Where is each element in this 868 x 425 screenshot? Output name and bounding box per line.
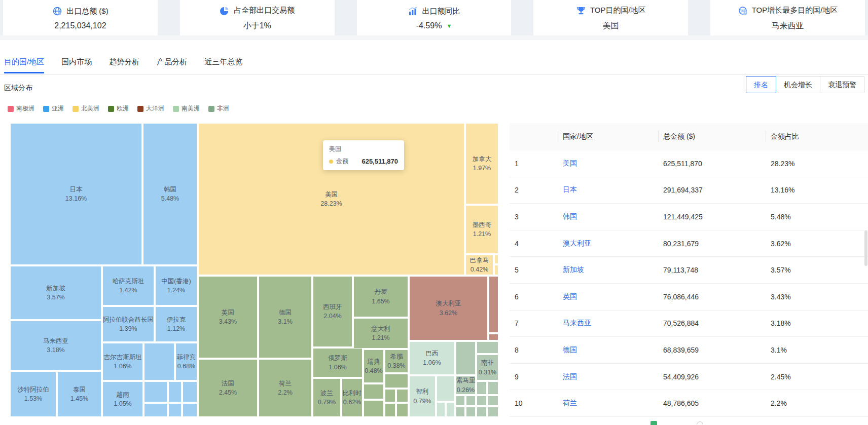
treemap-cell-泰国[interactable]: 泰国1.45% (57, 371, 101, 417)
treemap-cell[interactable] (396, 389, 408, 402)
treemap-cell-巴西[interactable]: 巴西1.06% (409, 341, 455, 375)
treemap-cell[interactable] (168, 381, 182, 402)
treemap-cell[interactable] (488, 407, 498, 417)
treemap-cell[interactable] (437, 402, 445, 417)
treemap-cell-马来西亚[interactable]: 马来西亚3.18% (10, 321, 101, 370)
treemap-cell-新加坡[interactable]: 新加坡3.57% (10, 266, 101, 320)
tab-目的国/地区[interactable]: 目的国/地区 (4, 50, 44, 73)
treemap-cell-伊拉克[interactable]: 伊拉克1.12% (155, 306, 197, 342)
treemap-cell[interactable] (144, 403, 167, 417)
tab-国内市场[interactable]: 国内市场 (61, 50, 92, 73)
toggle-button-机会增长[interactable]: 机会增长 (776, 76, 820, 93)
treemap-cell-德国[interactable]: 德国3.1% (259, 276, 312, 358)
treemap-cell-希腊[interactable]: 希腊0.38% (385, 350, 408, 373)
table-row: 10荷兰48,786,6052.2% (510, 390, 868, 417)
treemap-cell[interactable] (466, 396, 476, 406)
treemap-cell[interactable] (494, 255, 498, 264)
treemap-cell[interactable] (489, 334, 498, 340)
country-link[interactable]: 德国 (563, 345, 577, 354)
treemap-cell[interactable] (183, 403, 197, 417)
treemap-cell[interactable] (364, 400, 384, 417)
country-link[interactable]: 澳大利亚 (563, 239, 591, 247)
tab-近三年总览[interactable]: 近三年总览 (204, 50, 242, 73)
help-circle-icon[interactable] (697, 421, 703, 425)
treemap-cell[interactable] (396, 403, 408, 417)
treemap-cell[interactable] (437, 376, 455, 401)
treemap-cell-沙特阿拉伯[interactable]: 沙特阿拉伯1.53% (10, 371, 56, 417)
share-cell: 3.18% (766, 319, 868, 327)
treemap-cell-澳大利亚[interactable]: 澳大利亚3.62% (409, 276, 488, 340)
legend-item-大洋洲[interactable]: 大洋洲 (137, 104, 164, 113)
treemap-cell[interactable] (168, 403, 182, 417)
treemap-cell-南非[interactable]: 南非0.31% (477, 355, 498, 380)
treemap-cell-加拿大[interactable]: 加拿大1.97% (465, 123, 498, 204)
legend-item-非洲[interactable]: 非洲 (208, 104, 229, 113)
legend-item-北美洲[interactable]: 北美洲 (73, 104, 99, 113)
treemap-cell-巴拿马[interactable]: 巴拿马0.42% (465, 255, 493, 275)
treemap-cell-吉尔吉斯斯坦[interactable]: 吉尔吉斯斯坦1.06% (102, 343, 143, 380)
treemap-cell[interactable] (385, 403, 395, 417)
treemap-cell[interactable] (488, 381, 498, 395)
table-row: 8德国68,839,6593.1% (510, 337, 868, 364)
toggle-button-排名[interactable]: 排名 (746, 76, 776, 93)
tab-产品分析[interactable]: 产品分析 (157, 50, 187, 73)
tab-趋势分析[interactable]: 趋势分析 (109, 50, 139, 73)
treemap-cell[interactable] (477, 396, 487, 406)
treemap-cell-西班牙[interactable]: 西班牙2.04% (313, 276, 352, 347)
country-link[interactable]: 韩国 (563, 212, 577, 220)
treemap-cell[interactable] (364, 384, 384, 399)
treemap-cell[interactable] (456, 407, 465, 417)
toggle-button-衰退预警[interactable]: 衰退预警 (820, 76, 864, 93)
treemap-cell[interactable] (456, 396, 465, 406)
legend-item-欧洲[interactable]: 欧洲 (108, 104, 129, 113)
treemap-cell-索马里[interactable]: 索马里0.26% (456, 376, 476, 395)
treemap-cell[interactable] (446, 402, 455, 417)
treemap-cell-丹麦[interactable]: 丹麦1.65% (353, 276, 408, 317)
treemap-cell[interactable] (385, 389, 395, 402)
treemap-cell-墨西哥[interactable]: 墨西哥1.21% (465, 205, 498, 254)
treemap-cell-意大利[interactable]: 意大利1.21% (353, 318, 408, 349)
treemap-cell[interactable] (488, 396, 498, 406)
legend-item-亚洲[interactable]: 亚洲 (43, 104, 64, 113)
country-link[interactable]: 日本 (563, 185, 577, 194)
country-link[interactable]: 法国 (563, 372, 577, 380)
treemap-cell-荷兰[interactable]: 荷兰2.2% (259, 359, 312, 417)
treemap-cell-韩国[interactable]: 韩国5.48% (143, 123, 197, 265)
country-link[interactable]: 新加坡 (563, 265, 584, 274)
treemap-cell[interactable] (477, 381, 487, 395)
treemap-cell-阿拉伯联合酋长国[interactable]: 阿拉伯联合酋长国1.39% (102, 306, 154, 342)
treemap-cell-英国[interactable]: 英国3.43% (198, 276, 258, 358)
treemap-cell[interactable] (466, 407, 476, 417)
treemap-cell[interactable] (477, 341, 498, 354)
tooltip-value: 625,511,870 (361, 158, 398, 165)
country-link[interactable]: 英国 (563, 292, 577, 300)
treemap-cell-name: 瑞典 (368, 357, 380, 366)
country-link[interactable]: 荷兰 (563, 399, 577, 407)
treemap-cell[interactable] (183, 381, 197, 402)
treemap-cell[interactable] (477, 407, 487, 417)
treemap-cell[interactable] (385, 374, 408, 388)
legend-item-南极洲[interactable]: 南极洲 (8, 104, 34, 113)
country-link[interactable]: 美国 (563, 159, 577, 167)
treemap-cell-哈萨克斯坦[interactable]: 哈萨克斯坦1.42% (102, 266, 154, 305)
treemap-cell-瑞典[interactable]: 瑞典0.48% (364, 350, 384, 383)
treemap-cell-越南[interactable]: 越南1.05% (102, 381, 143, 417)
treemap-cell-俄罗斯[interactable]: 俄罗斯1.06% (313, 348, 363, 377)
table-row: 4澳大利亚80,231,6793.62% (510, 230, 868, 257)
legend-item-南美洲[interactable]: 南美洲 (173, 104, 200, 113)
treemap-cell[interactable] (144, 343, 174, 380)
treemap-cell[interactable] (494, 265, 498, 275)
treemap-cell-智利[interactable]: 智利0.79% (409, 376, 436, 417)
country-link[interactable]: 马来西亚 (563, 319, 591, 327)
treemap-cell-日本[interactable]: 日本13.16% (10, 123, 142, 265)
treemap-cell-菲律宾[interactable]: 菲律宾0.68% (175, 343, 197, 380)
treemap-cell-中国(香港)[interactable]: 中国(香港)1.24% (155, 266, 197, 305)
vertical-scrollbar[interactable] (864, 230, 867, 266)
treemap-cell-波兰[interactable]: 波兰0.79% (313, 378, 341, 417)
treemap-cell-比利时[interactable]: 比利时0.62% (342, 378, 363, 417)
treemap-cell-法国[interactable]: 法国2.45% (198, 359, 258, 417)
chart-toggle-icon[interactable] (650, 421, 657, 425)
treemap-cell[interactable] (456, 341, 476, 375)
treemap-cell[interactable] (144, 381, 167, 402)
treemap-cell[interactable] (489, 276, 498, 333)
